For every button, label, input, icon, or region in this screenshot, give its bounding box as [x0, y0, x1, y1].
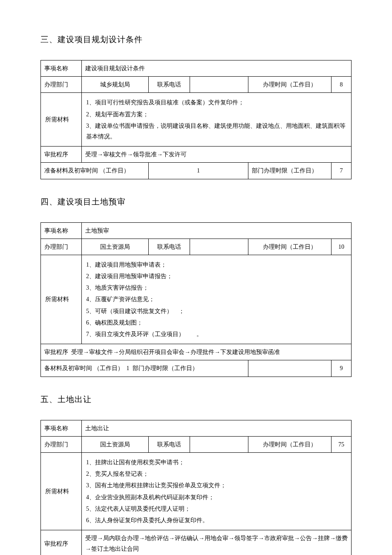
material-item: 3、国有土地使用权挂牌出让竞买报价单及立项文件； — [86, 480, 347, 491]
materials-label: 所需材料 — [41, 452, 82, 530]
material-item: 1、建设项目用地预审申请表； — [86, 259, 347, 270]
prep-value: 1 — [149, 163, 248, 179]
item-name-value: 建设项目规划设计条件 — [82, 60, 352, 77]
phone-value — [190, 239, 248, 255]
material-item: 1、挂牌出让国有使用权竞买申请书； — [86, 457, 347, 468]
dept-value: 国土资源局 — [82, 239, 149, 255]
material-item: 2、规划平面布置方案； — [86, 109, 347, 120]
material-item: 5、法定代表人证明及委托代理人证明； — [86, 503, 347, 514]
material-item: 1、项目可行性研究报告及项目核准（或备案）文件复印件； — [86, 97, 347, 108]
phone-label: 联系电话 — [149, 436, 190, 452]
section-heading-3: 三、建设项目规划设计条件 — [40, 34, 352, 45]
approval-value: 受理→审核文件→分局组织召开项目会审会→办理批件→下发建设用地预审函准 — [71, 349, 280, 355]
item-name-label: 事项名称 — [41, 222, 82, 239]
dept-value: 城乡规划局 — [82, 77, 149, 93]
material-item: 6、确权图及规划图； — [86, 317, 347, 328]
item-name-label: 事项名称 — [41, 60, 82, 77]
material-item: 4、企业营业执照副本及机构代码证副本复印件； — [86, 492, 347, 503]
table-section-4: 事项名称 土地预审 办理部门 国土资源局 联系电话 办理时间（工作日） 10 所… — [40, 222, 352, 377]
section-heading-4: 四、建设项目土地预审 — [40, 196, 352, 207]
item-name-value: 土地出让 — [82, 420, 352, 436]
section-heading-5: 五、土地出让 — [40, 394, 352, 405]
material-item: 3、建设单位书面申请报告，说明建设项目名称、建筑使用功能、建设地点、用地面积、建… — [86, 121, 347, 142]
approval-value: 受理→局内联合办理→地价评估→评估确认→用地会审→领导签字→市政府审批→公告→挂… — [82, 530, 352, 555]
material-item: 6、法人身份证复印件及委托人身份证复印件。 — [86, 515, 347, 526]
materials-label: 所需材料 — [41, 93, 82, 147]
dept-label: 办理部门 — [41, 77, 82, 93]
time-value: 10 — [331, 239, 352, 255]
dept-time-value: 7 — [331, 163, 352, 179]
time-label: 办理时间（工作日） — [248, 77, 331, 93]
approval-label: 审批程序 — [44, 349, 68, 355]
material-item: 2、建设项目用地预审申请报告； — [86, 271, 347, 282]
dept-time-label: 部门办理时限（工作日） — [248, 163, 331, 179]
spacer — [248, 360, 331, 377]
materials-list: 1、建设项目用地预审申请表； 2、建设项目用地预审申请报告； 3、地质灾害评估报… — [82, 255, 352, 344]
prep-row: 备材料及初审时间 （工作日） 1 部门办理时限（工作日） — [41, 360, 248, 377]
item-name-value: 土地预审 — [82, 222, 352, 239]
time-label: 办理时间（工作日） — [248, 436, 331, 452]
approval-row: 审批程序 受理→审核文件→分局组织召开项目会审会→办理批件→下发建设用地预审函准 — [41, 344, 352, 360]
table-section-3: 事项名称 建设项目规划设计条件 办理部门 城乡规划局 联系电话 办理时间（工作日… — [40, 60, 352, 179]
phone-value — [190, 77, 248, 93]
materials-label: 所需材料 — [41, 255, 82, 344]
phone-label: 联系电话 — [149, 77, 190, 93]
dept-value: 国土资源局 — [82, 436, 149, 452]
material-item: 5、可研（项目建议书批复文件） ； — [86, 306, 347, 316]
phone-label: 联系电话 — [149, 239, 190, 255]
materials-list: 1、项目可行性研究报告及项目核准（或备案）文件复印件； 2、规划平面布置方案； … — [82, 93, 352, 147]
material-item: 3、地质灾害评估报告； — [86, 282, 347, 293]
prep-label: 准备材料及初审时间 （工作日） — [41, 163, 149, 179]
material-item: 4、压覆矿产资评估意见； — [86, 294, 347, 305]
time-value: 8 — [331, 77, 352, 93]
approval-label: 审批程序 — [41, 530, 82, 555]
approval-value: 受理→审核文件→领导批准→下发许可 — [82, 147, 352, 163]
material-item: 2、竞买人报名登记表； — [86, 469, 347, 479]
time-label: 办理时间（工作日） — [248, 239, 331, 255]
dept-label: 办理部门 — [41, 239, 82, 255]
item-name-label: 事项名称 — [41, 420, 82, 436]
dept-time-value: 9 — [331, 360, 352, 377]
approval-label: 审批程序 — [41, 147, 82, 163]
phone-value — [190, 436, 248, 452]
material-item: 7、项目立项文件及环评（工业项目） 。 — [86, 329, 347, 339]
prep-label: 备材料及初审时间 （工作日） — [44, 365, 124, 371]
prep-value: 1 — [127, 365, 130, 371]
table-section-5: 事项名称 土地出让 办理部门 国土资源局 联系电话 办理时间（工作日） 75 所… — [40, 420, 352, 555]
dept-time-label: 部门办理时限（工作日） — [133, 365, 198, 371]
materials-list: 1、挂牌出让国有使用权竞买申请书； 2、竞买人报名登记表； 3、国有土地使用权挂… — [82, 452, 352, 530]
time-value: 75 — [331, 436, 352, 452]
dept-label: 办理部门 — [41, 436, 82, 452]
